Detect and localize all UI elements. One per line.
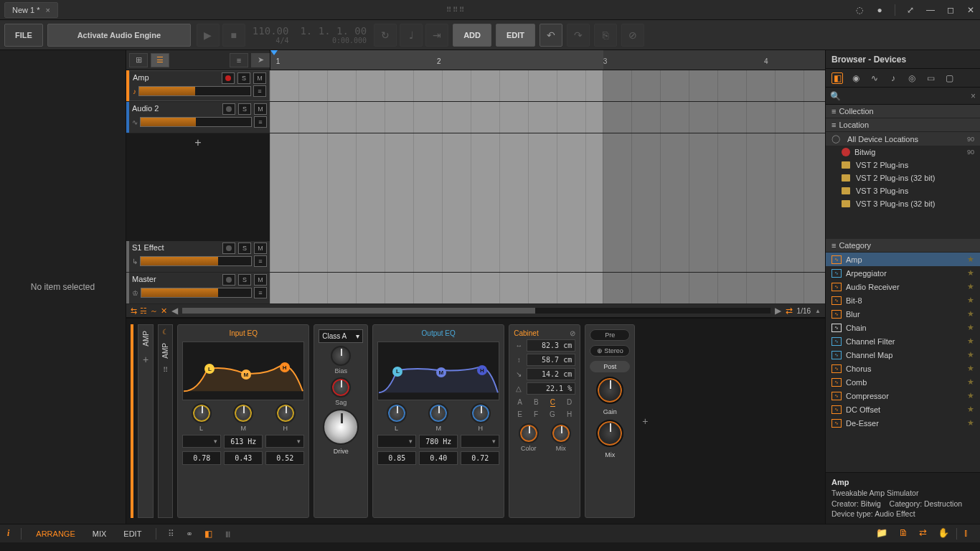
presets-tab-icon[interactable]: ◉ <box>850 72 862 84</box>
device-header[interactable]: AMP + <box>138 324 154 518</box>
low-shape-select[interactable]: ▾ <box>377 435 416 448</box>
sag-knob[interactable] <box>331 377 351 397</box>
add-device-icon[interactable]: + <box>639 415 651 427</box>
gain-knob[interactable] <box>596 377 623 404</box>
scrollbar[interactable] <box>182 308 771 314</box>
position-value[interactable]: 1. 1. 1. 00 <box>296 25 371 37</box>
hand-icon[interactable]: ✋ <box>938 527 949 538</box>
panel-icon-4[interactable]: ⫼ <box>224 529 232 539</box>
mute-button[interactable]: M <box>254 103 267 115</box>
record-arm-button[interactable] <box>222 72 235 84</box>
input-eq-graph[interactable]: L M H <box>182 342 304 400</box>
arrange-tab[interactable]: ARRANGE <box>33 528 77 540</box>
track-menu-icon[interactable]: ≡ <box>254 255 267 267</box>
mid-freq-value[interactable]: 780 Hz <box>419 435 458 448</box>
low-value[interactable]: 0.78 <box>182 451 221 465</box>
eq-node-high[interactable]: H <box>477 365 487 375</box>
info-icon[interactable]: i <box>7 528 9 539</box>
drive-knob[interactable] <box>323 409 359 445</box>
search-input[interactable] <box>845 92 966 100</box>
music-tab-icon[interactable]: ◎ <box>906 72 918 84</box>
track-header[interactable]: Audio 2 S M ∿ ≡ <box>129 102 270 133</box>
collection-header[interactable]: ≡ Collection <box>826 105 980 118</box>
cab-opt[interactable]: G <box>550 410 555 418</box>
mid-value[interactable]: 0.40 <box>419 451 458 465</box>
high-value[interactable]: 0.52 <box>265 451 304 465</box>
category-item[interactable]: ∿Channel Filter★ <box>826 334 980 348</box>
edit-tab[interactable]: EDIT <box>121 528 144 540</box>
record-arm-button[interactable] <box>222 242 235 254</box>
expand-icon[interactable]: ⇆ <box>131 306 137 316</box>
track-row[interactable]: Audio 2 S M ∿ ≡ <box>126 102 825 133</box>
cab-opt[interactable]: E <box>517 410 522 418</box>
category-item[interactable]: ∿De-Esser★ <box>826 416 980 430</box>
mute-button[interactable]: M <box>254 274 267 286</box>
packs-tab-icon[interactable]: ▢ <box>943 72 955 84</box>
low-shape-select[interactable]: ▾ <box>182 435 221 448</box>
panel-icon-2[interactable]: ⚭ <box>186 529 193 539</box>
file-icon[interactable]: 🗎 <box>899 527 908 538</box>
scroll-right-icon[interactable]: ▶ <box>775 306 781 316</box>
track-name[interactable]: Amp <box>133 73 219 84</box>
track-row[interactable]: S1 Effect S M ↳ ≡ <box>126 241 825 273</box>
clipboard-icon[interactable]: ⎘ <box>594 24 617 47</box>
bypass-icon[interactable]: ⊘ <box>570 329 575 337</box>
track-lane[interactable] <box>270 102 825 133</box>
zoom-value[interactable]: 1/16 <box>797 307 811 315</box>
category-item[interactable]: ∿Blur★ <box>826 307 980 321</box>
category-item[interactable]: ∿Chain★ <box>826 321 980 334</box>
folder-icon[interactable]: 📁 <box>876 527 887 538</box>
file-button[interactable]: FILE <box>4 24 43 47</box>
category-item[interactable]: ∿DC Offset★ <box>826 402 980 416</box>
low-value[interactable]: 0.85 <box>377 451 416 465</box>
activate-engine-button[interactable]: Activate Audio Engine <box>47 24 191 47</box>
zoom-up-icon[interactable]: ▲ <box>815 308 821 314</box>
track-header[interactable]: S1 Effect S M ↳ ≡ <box>129 241 270 272</box>
solo-button[interactable]: S <box>237 72 250 84</box>
bias-knob[interactable] <box>331 346 351 366</box>
record-arm-button[interactable] <box>222 274 235 286</box>
category-item[interactable]: ∿Audio Receiver★ <box>826 280 980 293</box>
close-window-icon[interactable]: ✕ <box>966 5 976 15</box>
high-shape-select[interactable]: ▾ <box>265 435 304 448</box>
high-value[interactable]: 0.72 <box>461 451 499 465</box>
volume-slider[interactable] <box>140 256 252 266</box>
samples-tab-icon[interactable]: ∿ <box>869 72 880 84</box>
cab-ratio[interactable]: 22.1 % <box>527 382 575 395</box>
low-knob[interactable] <box>387 403 407 423</box>
color-knob[interactable] <box>519 423 539 443</box>
mid-knob[interactable] <box>233 403 253 423</box>
pointer-tool-icon[interactable]: ➤ <box>251 53 270 67</box>
mid-freq-value[interactable]: 613 Hz <box>224 435 263 448</box>
timesig-value[interactable]: 4/4 <box>271 37 293 44</box>
cab-opt[interactable]: D <box>567 398 572 407</box>
track-lane[interactable] <box>270 70 825 101</box>
track-lane[interactable] <box>270 273 825 303</box>
cab-depth[interactable]: 14.2 cm <box>527 368 575 380</box>
track-header[interactable]: Master S M ♔ ≡ <box>129 273 270 303</box>
pre-button[interactable]: Pre <box>590 329 630 341</box>
track-name[interactable]: Audio 2 <box>132 104 220 115</box>
link-icon[interactable]: ⇄ <box>786 306 793 316</box>
grid-view-icon[interactable]: ⊞ <box>129 53 148 67</box>
mix-knob[interactable] <box>596 420 623 447</box>
volume-slider[interactable] <box>141 288 252 298</box>
high-knob[interactable] <box>275 403 296 423</box>
track-menu-icon[interactable]: ≡ <box>254 287 267 298</box>
fullscreen-icon[interactable]: ⤢ <box>905 5 915 15</box>
document-tab[interactable]: New 1 * × <box>4 2 58 18</box>
category-item[interactable]: ∿Comb★ <box>826 375 980 389</box>
mix-tab[interactable]: MIX <box>90 528 110 540</box>
close-tab-icon[interactable]: × <box>46 6 50 14</box>
cab-opt[interactable]: B <box>534 398 539 407</box>
track-menu-icon[interactable]: ≡ <box>254 116 267 128</box>
eq-node-low[interactable]: L <box>392 367 402 377</box>
undo-icon[interactable]: ↶ <box>540 24 562 47</box>
menu-icon[interactable]: ≡ <box>230 53 248 67</box>
multisamples-tab-icon[interactable]: ♪ <box>887 72 899 84</box>
maximize-icon[interactable]: ◻ <box>946 5 956 15</box>
stop-icon[interactable]: ■ <box>222 24 245 47</box>
volume-slider[interactable] <box>140 117 252 127</box>
more-icon[interactable]: ⠿ <box>163 366 168 374</box>
cab-height[interactable]: 58.7 cm <box>527 354 575 366</box>
